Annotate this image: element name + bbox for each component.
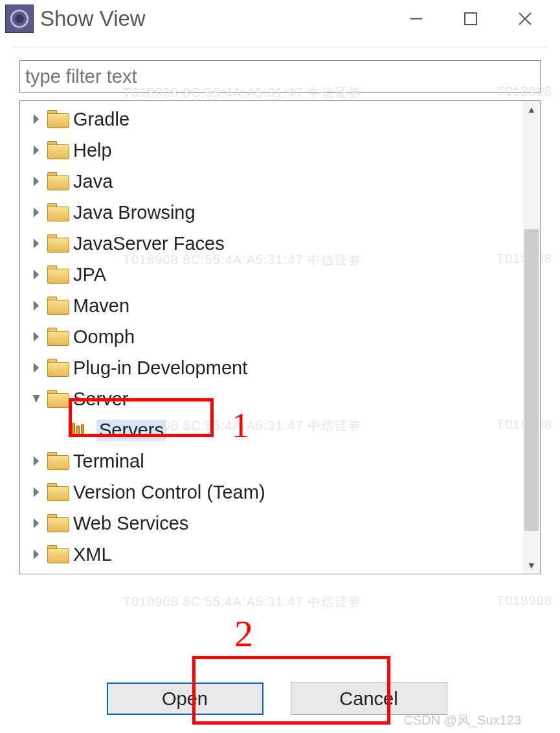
- svg-point-1: [15, 14, 24, 23]
- annotation-1: 1: [232, 405, 249, 445]
- folder-icon: [47, 110, 69, 128]
- chevron-right-icon[interactable]: [28, 548, 45, 561]
- tree-item[interactable]: XML: [20, 539, 523, 570]
- folder-icon: [47, 545, 69, 563]
- tree-item[interactable]: Help: [20, 135, 523, 166]
- tree-item[interactable]: Oomph: [20, 321, 523, 352]
- tree-item-label: JPA: [73, 264, 106, 286]
- minimize-button[interactable]: [403, 6, 429, 32]
- tree-item[interactable]: JPA: [20, 259, 523, 290]
- tree-item-label: Web Services: [73, 513, 188, 534]
- tree-item-label: Java Browsing: [73, 202, 196, 223]
- open-button[interactable]: Open: [107, 682, 263, 715]
- tree-item[interactable]: Plug-in Development: [20, 352, 523, 383]
- chevron-right-icon[interactable]: [28, 299, 45, 312]
- credit-text: CSDN @风_Sux123: [404, 712, 521, 729]
- folder-icon: [47, 234, 69, 253]
- scroll-thumb[interactable]: [524, 229, 539, 531]
- view-tree[interactable]: Gradle Help Java Java Browsing JavaServe…: [20, 101, 523, 574]
- eclipse-icon: [5, 5, 34, 33]
- tree-item-label: Version Control (Team): [73, 482, 265, 503]
- tree-item-label: Oomph: [73, 326, 135, 348]
- chevron-down-icon[interactable]: [28, 392, 45, 405]
- titlebar: Show View: [0, 0, 560, 38]
- watermark: T018908: [497, 593, 552, 608]
- tree-item[interactable]: Java Browsing: [20, 197, 523, 228]
- chevron-right-icon[interactable]: [28, 517, 45, 530]
- folder-icon: [47, 328, 69, 346]
- folder-icon: [47, 483, 69, 501]
- tree-item[interactable]: Other: [20, 570, 523, 574]
- svg-rect-4: [465, 13, 476, 25]
- chevron-right-icon[interactable]: [28, 206, 45, 219]
- chevron-right-icon[interactable]: [28, 175, 45, 188]
- tree-item[interactable]: Gradle: [20, 104, 523, 135]
- chevron-right-icon[interactable]: [28, 486, 45, 499]
- servers-icon: [72, 422, 91, 438]
- tree-item[interactable]: Web Services: [20, 508, 523, 539]
- window-title: Show View: [40, 6, 403, 31]
- chevron-right-icon[interactable]: [28, 361, 45, 374]
- annotation-2: 2: [234, 612, 253, 655]
- folder-icon: [47, 265, 69, 284]
- tree-item-label: Servers: [96, 420, 166, 441]
- tree-item-label: JavaServer Faces: [73, 233, 225, 254]
- folder-icon: [47, 514, 69, 532]
- tree-child-item[interactable]: Servers: [20, 414, 523, 445]
- tree-item-label: Plug-in Development: [73, 357, 247, 379]
- tree-item[interactable]: Java: [20, 166, 523, 197]
- filter-input[interactable]: [19, 60, 541, 93]
- tree-item-label: Gradle: [73, 109, 129, 130]
- tree-item-label: Java: [73, 171, 113, 192]
- tree-item[interactable]: Version Control (Team): [20, 477, 523, 508]
- scrollbar[interactable]: ▲ ▼: [523, 101, 540, 574]
- tree-item[interactable]: Terminal: [20, 445, 523, 477]
- scroll-down-icon[interactable]: ▼: [523, 558, 540, 572]
- tree-item[interactable]: Server: [20, 383, 523, 414]
- watermark: T018908 8C:55:4A:A5:31:47 中信证券: [123, 593, 362, 611]
- folder-icon: [47, 141, 69, 159]
- chevron-right-icon[interactable]: [28, 144, 45, 157]
- tree-container: Gradle Help Java Java Browsing JavaServe…: [19, 100, 541, 574]
- maximize-button[interactable]: [458, 6, 484, 32]
- tree-item-label: Maven: [73, 295, 129, 317]
- folder-icon: [47, 203, 69, 221]
- scroll-up-icon[interactable]: ▲: [523, 102, 540, 117]
- chevron-right-icon[interactable]: [28, 113, 45, 126]
- close-button[interactable]: [512, 6, 538, 32]
- tree-item-label: XML: [73, 544, 112, 565]
- tree-item[interactable]: Maven: [20, 290, 523, 321]
- tree-item[interactable]: JavaServer Faces: [20, 228, 523, 259]
- cancel-button[interactable]: Cancel: [291, 682, 447, 715]
- tree-item-label: Terminal: [73, 451, 144, 472]
- folder-icon: [47, 359, 69, 377]
- tree-item-label: Server: [73, 389, 128, 410]
- chevron-right-icon[interactable]: [28, 237, 45, 250]
- chevron-right-icon[interactable]: [28, 455, 45, 468]
- folder-icon: [47, 172, 69, 190]
- tree-item-label: Help: [73, 140, 112, 161]
- chevron-right-icon[interactable]: [28, 268, 45, 281]
- chevron-right-icon[interactable]: [28, 330, 45, 343]
- folder-icon: [47, 297, 69, 315]
- folder-icon: [47, 452, 69, 470]
- folder-icon: [47, 390, 69, 408]
